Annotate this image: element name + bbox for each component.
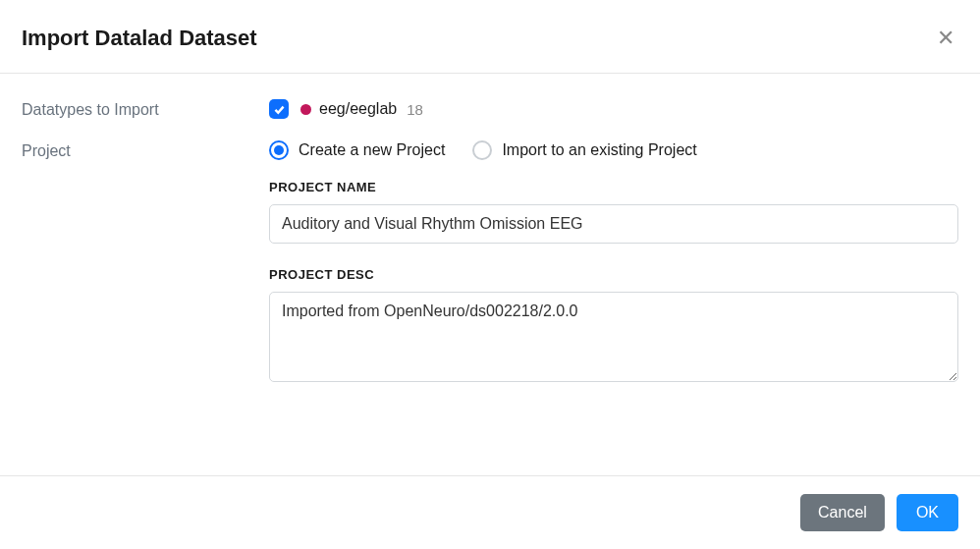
ok-button[interactable]: OK — [897, 494, 958, 531]
cancel-button[interactable]: Cancel — [800, 494, 885, 531]
datatype-checkbox[interactable] — [269, 99, 289, 119]
project-label: Project — [22, 140, 269, 160]
project-name-input[interactable] — [269, 204, 958, 244]
modal-header: Import Datalad Dataset ✕ — [0, 0, 980, 74]
radio-icon — [472, 140, 492, 160]
row-project: Project Create a new Project Import to a… — [22, 140, 958, 410]
radio-create-project[interactable]: Create a new Project — [269, 140, 445, 160]
radio-create-label: Create a new Project — [299, 141, 445, 159]
datatype-color-dot — [300, 104, 311, 115]
close-icon[interactable]: ✕ — [933, 24, 958, 53]
radio-icon — [269, 140, 289, 160]
project-radio-group: Create a new Project Import to an existi… — [269, 140, 958, 160]
row-datatypes: Datatypes to Import eeg/eeglab 18 — [22, 99, 958, 119]
radio-existing-project[interactable]: Import to an existing Project — [472, 140, 696, 160]
radio-existing-label: Import to an existing Project — [502, 141, 696, 159]
import-modal: Import Datalad Dataset ✕ Datatypes to Im… — [0, 0, 980, 549]
field-project-name: Project Name — [269, 180, 958, 244]
project-desc-label: Project Desc — [269, 267, 958, 282]
datatype-item: eeg/eeglab 18 — [269, 99, 958, 119]
project-control: Create a new Project Import to an existi… — [269, 140, 958, 410]
field-project-desc: Project Desc — [269, 267, 958, 386]
datatype-name: eeg/eeglab — [319, 100, 397, 118]
datatypes-label: Datatypes to Import — [22, 99, 269, 119]
modal-body: Datatypes to Import eeg/eeglab 18 Projec… — [0, 74, 980, 475]
datatypes-control: eeg/eeglab 18 — [269, 99, 958, 119]
check-icon — [273, 103, 286, 116]
project-name-label: Project Name — [269, 180, 958, 194]
modal-title: Import Datalad Dataset — [22, 26, 257, 51]
datatype-count: 18 — [407, 101, 423, 118]
project-desc-input[interactable] — [269, 292, 958, 382]
modal-footer: Cancel OK — [0, 475, 980, 549]
